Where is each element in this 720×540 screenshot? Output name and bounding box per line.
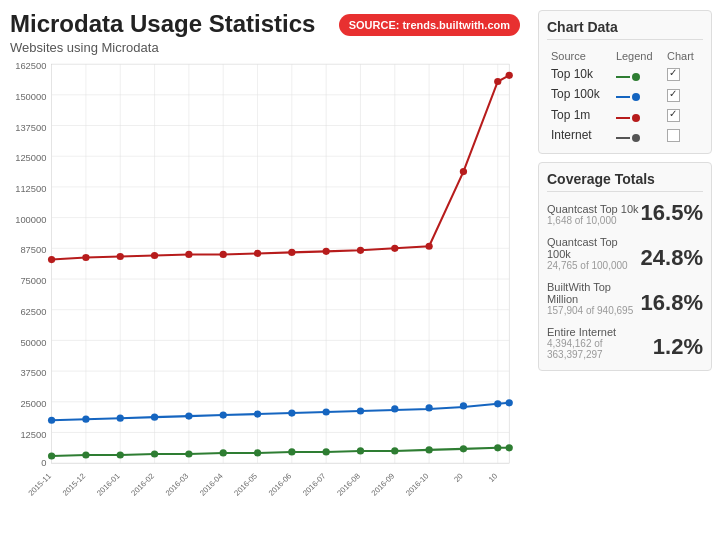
svg-text:137500: 137500 (15, 123, 46, 133)
svg-point-53 (460, 168, 467, 175)
svg-text:62500: 62500 (20, 307, 46, 317)
sidebar: Chart Data Source Legend Chart Top 10k (530, 0, 720, 540)
svg-text:2015-11: 2015-11 (26, 472, 53, 498)
svg-text:37500: 37500 (20, 368, 46, 378)
svg-point-75 (185, 450, 192, 457)
svg-point-70 (506, 399, 513, 406)
svg-point-79 (323, 448, 330, 455)
svg-text:2016-09: 2016-09 (370, 472, 397, 498)
coverage-label-top1m: BuiltWith Top Million (547, 281, 641, 305)
checkbox-top10k[interactable] (663, 64, 703, 84)
svg-point-56 (48, 417, 55, 424)
svg-point-59 (151, 414, 158, 421)
series-label-top1m: Top 1m (547, 105, 612, 125)
svg-point-58 (117, 415, 124, 422)
svg-point-66 (391, 405, 398, 412)
svg-point-57 (82, 416, 89, 423)
svg-text:12500: 12500 (20, 430, 46, 440)
svg-point-64 (323, 408, 330, 415)
svg-point-55 (506, 72, 513, 79)
svg-point-60 (185, 413, 192, 420)
svg-text:2016-08: 2016-08 (335, 472, 362, 498)
coverage-totals-panel: Coverage Totals Quantcast Top 10k 1,648 … (538, 162, 712, 371)
svg-point-76 (220, 449, 227, 456)
svg-point-52 (425, 243, 432, 250)
checkbox-internet[interactable] (663, 125, 703, 145)
svg-point-47 (254, 250, 261, 257)
svg-point-62 (254, 410, 261, 417)
series-label-internet: Internet (547, 125, 612, 145)
svg-point-46 (220, 251, 227, 258)
svg-text:150000: 150000 (15, 92, 46, 102)
col-chart: Chart (663, 48, 703, 64)
svg-text:2016-03: 2016-03 (164, 472, 191, 498)
svg-text:125000: 125000 (15, 153, 46, 163)
svg-point-63 (288, 409, 295, 416)
svg-text:75000: 75000 (20, 276, 46, 286)
svg-point-82 (425, 446, 432, 453)
svg-point-49 (323, 248, 330, 255)
table-row: Top 1m (547, 105, 703, 125)
coverage-value-internet: 1.2% (653, 334, 703, 360)
svg-point-48 (288, 249, 295, 256)
svg-point-78 (288, 448, 295, 455)
coverage-item-top100k: Quantcast Top 100k 24,765 of 100,000 24.… (547, 236, 703, 271)
coverage-label-internet: Entire Internet (547, 326, 653, 338)
svg-point-73 (117, 451, 124, 458)
chart-container: 162500 150000 137500 125000 112500 10000… (10, 59, 530, 499)
col-legend: Legend (612, 48, 663, 64)
chart-data-table: Source Legend Chart Top 10k (547, 48, 703, 145)
svg-text:112500: 112500 (15, 184, 46, 194)
svg-text:2015-12: 2015-12 (61, 472, 88, 498)
svg-point-51 (391, 245, 398, 252)
svg-point-42 (82, 254, 89, 261)
chart-data-title: Chart Data (547, 19, 703, 40)
svg-point-68 (460, 402, 467, 409)
source-badge: SOURCE: trends.builtwith.com (339, 14, 520, 36)
svg-point-65 (357, 407, 364, 414)
svg-point-85 (506, 444, 513, 451)
svg-point-71 (48, 452, 55, 459)
coverage-totals-title: Coverage Totals (547, 171, 703, 192)
table-row: Top 100k (547, 84, 703, 104)
svg-text:2016-07: 2016-07 (301, 472, 328, 498)
coverage-item-top10k: Quantcast Top 10k 1,648 of 10,000 16.5% (547, 200, 703, 226)
legend-top10k (612, 64, 663, 84)
checkbox-top1m[interactable] (663, 105, 703, 125)
svg-point-74 (151, 450, 158, 457)
coverage-value-top10k: 16.5% (641, 200, 703, 226)
svg-text:20: 20 (452, 472, 465, 484)
svg-text:87500: 87500 (20, 245, 46, 255)
svg-point-67 (425, 404, 432, 411)
series-label-top100k: Top 100k (547, 84, 612, 104)
svg-text:2016-05: 2016-05 (232, 472, 259, 498)
svg-text:10: 10 (487, 472, 500, 484)
svg-text:2016-04: 2016-04 (198, 471, 225, 498)
svg-point-54 (494, 78, 501, 85)
coverage-sublabel-top10k: 1,648 of 10,000 (547, 215, 641, 226)
svg-text:50000: 50000 (20, 338, 46, 348)
legend-internet (612, 125, 663, 145)
svg-point-45 (185, 251, 192, 258)
svg-point-41 (48, 256, 55, 263)
series-label-top10k: Top 10k (547, 64, 612, 84)
col-source: Source (547, 48, 612, 64)
page-title: Microdata Usage Statistics (10, 10, 315, 38)
page-subtitle: Websites using Microdata (10, 40, 315, 55)
coverage-value-top100k: 24.8% (641, 245, 703, 271)
checkbox-top100k[interactable] (663, 84, 703, 104)
svg-point-84 (494, 444, 501, 451)
svg-point-83 (460, 445, 467, 452)
svg-point-43 (117, 253, 124, 260)
svg-point-81 (391, 447, 398, 454)
svg-point-77 (254, 449, 261, 456)
svg-point-61 (220, 412, 227, 419)
coverage-label-top10k: Quantcast Top 10k (547, 203, 641, 215)
chart-data-panel: Chart Data Source Legend Chart Top 10k (538, 10, 712, 154)
coverage-sublabel-top100k: 24,765 of 100,000 (547, 260, 641, 271)
coverage-sublabel-internet: 4,394,162 of 363,397,297 (547, 338, 653, 360)
svg-point-80 (357, 447, 364, 454)
legend-top100k (612, 84, 663, 104)
table-row: Top 10k (547, 64, 703, 84)
svg-text:2016-01: 2016-01 (95, 472, 122, 498)
